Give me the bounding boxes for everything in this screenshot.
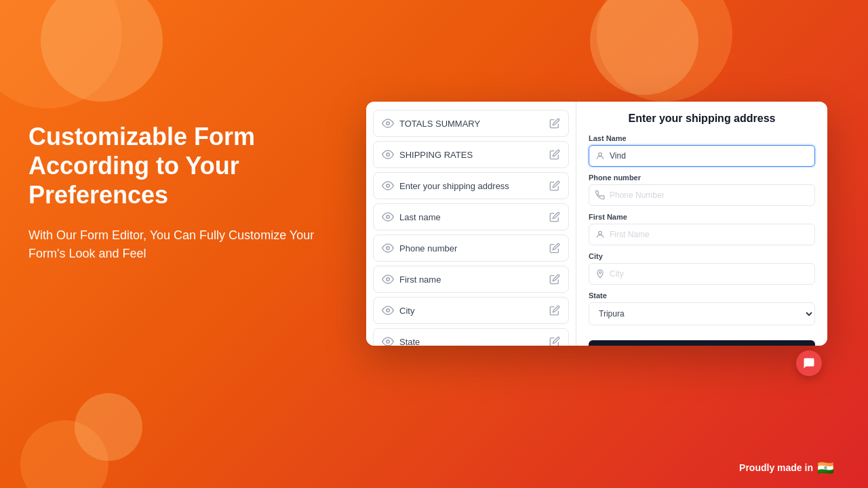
list-item-label: SHIPPING RATES xyxy=(399,150,473,160)
list-item-label: City xyxy=(399,306,414,316)
edit-icon xyxy=(549,243,560,253)
list-item-left: City xyxy=(382,304,414,317)
edit-icon xyxy=(549,305,560,316)
list-item-left: First name xyxy=(382,273,441,285)
main-panel: TOTALS SUMMARY SHIPPING RATES Enter your… xyxy=(366,102,827,346)
person-icon-first-name xyxy=(595,230,605,239)
eye-icon xyxy=(382,148,394,161)
list-panel: TOTALS SUMMARY SHIPPING RATES Enter your… xyxy=(366,102,576,346)
last-name-input[interactable] xyxy=(589,145,815,167)
list-item-left: Last name xyxy=(382,211,441,223)
phone-input[interactable] xyxy=(589,184,815,206)
form-panel: Enter your shipping address Last Name Ph… xyxy=(576,102,827,346)
svg-point-9 xyxy=(599,231,602,235)
label-first-name: First Name xyxy=(589,213,815,221)
svg-point-5 xyxy=(387,278,390,281)
footer-text: Proudly made in xyxy=(739,462,813,473)
chat-icon xyxy=(803,357,815,369)
edit-icon xyxy=(549,149,560,160)
edit-icon xyxy=(549,274,560,285)
list-item-left: TOTALS SUMMARY xyxy=(382,117,480,129)
svg-point-10 xyxy=(599,272,601,274)
left-content: Customizable Form According to Your Pref… xyxy=(28,122,327,263)
sub-heading: With Our Form Editor, You Can Fully Cust… xyxy=(28,226,327,263)
edit-icon xyxy=(549,211,560,222)
list-item[interactable]: Phone number xyxy=(373,235,569,262)
eye-icon xyxy=(382,180,394,192)
svg-point-4 xyxy=(387,247,390,250)
form-group-city: City xyxy=(589,252,815,285)
input-wrapper-city xyxy=(589,263,815,285)
form-title: Enter your shipping address xyxy=(589,113,815,125)
form-group-last-name: Last Name xyxy=(589,134,815,167)
svg-point-1 xyxy=(387,153,390,157)
list-item[interactable]: TOTALS SUMMARY xyxy=(373,110,569,137)
list-item[interactable]: First name xyxy=(373,266,569,293)
eye-icon xyxy=(382,211,394,223)
eye-icon xyxy=(382,242,394,254)
complete-order-button[interactable]: COMPLETE ORDER xyxy=(589,340,815,346)
list-item-label: State xyxy=(399,337,420,346)
main-heading: Customizable Form According to Your Pref… xyxy=(28,122,327,210)
list-item[interactable]: Enter your shipping address xyxy=(373,172,569,199)
phone-icon xyxy=(595,190,605,200)
label-city: City xyxy=(589,252,815,260)
edit-icon xyxy=(549,118,560,129)
form-group-state: State TripuraAssamManipurMeghalayaMizora… xyxy=(589,291,815,325)
input-wrapper-phone xyxy=(589,184,815,206)
eye-icon xyxy=(382,117,394,129)
list-item[interactable]: City xyxy=(373,297,569,324)
city-input[interactable] xyxy=(589,263,815,285)
edit-icon xyxy=(549,336,560,346)
list-item-label: Enter your shipping address xyxy=(399,181,509,191)
list-item-left: Phone number xyxy=(382,242,457,254)
svg-point-3 xyxy=(387,216,390,219)
svg-point-7 xyxy=(387,340,390,344)
list-item-label: First name xyxy=(399,274,441,285)
list-item-label: Last name xyxy=(399,212,441,222)
bg-decoration-6 xyxy=(75,393,142,461)
svg-point-0 xyxy=(387,122,390,125)
list-item-left: SHIPPING RATES xyxy=(382,148,473,161)
list-item-left: Enter your shipping address xyxy=(382,180,509,192)
list-item[interactable]: SHIPPING RATES xyxy=(373,141,569,168)
svg-point-8 xyxy=(599,152,602,156)
chat-button[interactable] xyxy=(796,350,822,376)
list-item[interactable]: State xyxy=(373,328,569,346)
eye-icon xyxy=(382,336,394,346)
first-name-input[interactable] xyxy=(589,224,815,245)
person-icon-last-name xyxy=(595,151,605,161)
india-flag: 🇮🇳 xyxy=(817,460,834,476)
input-wrapper-last-name xyxy=(589,145,815,167)
state-select[interactable]: TripuraAssamManipurMeghalayaMizoramNagal… xyxy=(589,302,815,325)
form-group-phone: Phone number xyxy=(589,174,815,206)
list-item-label: TOTALS SUMMARY xyxy=(399,119,480,129)
svg-point-6 xyxy=(387,309,390,312)
label-state: State xyxy=(589,291,815,300)
eye-icon xyxy=(382,273,394,285)
list-item-left: State xyxy=(382,336,420,346)
eye-icon xyxy=(382,304,394,317)
label-last-name: Last Name xyxy=(589,134,815,142)
list-item-label: Phone number xyxy=(399,243,457,253)
form-group-first-name: First Name xyxy=(589,213,815,245)
edit-icon xyxy=(549,180,560,191)
list-item[interactable]: Last name xyxy=(373,203,569,230)
input-wrapper-first-name xyxy=(589,224,815,245)
label-phone: Phone number xyxy=(589,174,815,182)
footer: Proudly made in 🇮🇳 xyxy=(739,460,834,476)
svg-point-2 xyxy=(387,184,390,188)
location-icon xyxy=(595,269,605,279)
